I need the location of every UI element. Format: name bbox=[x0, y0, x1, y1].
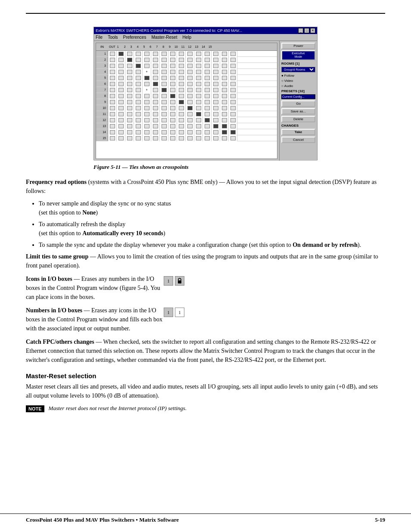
cell[interactable] bbox=[125, 51, 134, 57]
cell[interactable] bbox=[108, 129, 117, 135]
cell[interactable] bbox=[186, 87, 194, 93]
cell[interactable] bbox=[203, 75, 212, 81]
cell[interactable] bbox=[203, 93, 212, 99]
cell[interactable] bbox=[125, 63, 134, 69]
cell[interactable] bbox=[186, 93, 194, 99]
cell[interactable] bbox=[186, 51, 194, 57]
cell[interactable] bbox=[220, 117, 229, 123]
cell[interactable] bbox=[194, 123, 203, 129]
cell[interactable] bbox=[194, 105, 203, 111]
cell[interactable] bbox=[168, 117, 177, 123]
cell[interactable] bbox=[168, 69, 177, 75]
cell[interactable] bbox=[186, 129, 194, 135]
cell[interactable] bbox=[229, 75, 237, 81]
cell[interactable] bbox=[117, 117, 125, 123]
cell[interactable] bbox=[186, 81, 194, 87]
cell[interactable] bbox=[151, 129, 160, 135]
cell[interactable] bbox=[203, 57, 212, 63]
cell[interactable] bbox=[229, 63, 237, 69]
cell[interactable] bbox=[212, 135, 220, 141]
cell[interactable] bbox=[203, 69, 212, 75]
cell[interactable] bbox=[125, 117, 134, 123]
cell[interactable] bbox=[194, 63, 203, 69]
cell[interactable] bbox=[168, 111, 177, 117]
cell[interactable] bbox=[194, 57, 203, 63]
delete-button[interactable]: Delete bbox=[281, 116, 315, 122]
video-radio[interactable]: ○ Video bbox=[281, 79, 315, 83]
cell[interactable] bbox=[125, 111, 134, 117]
cell[interactable] bbox=[203, 81, 212, 87]
cell[interactable] bbox=[177, 99, 186, 105]
cell[interactable] bbox=[177, 51, 186, 57]
close-button[interactable]: ✕ bbox=[310, 28, 315, 33]
cell[interactable] bbox=[186, 123, 194, 129]
maximize-button[interactable]: □ bbox=[304, 28, 309, 33]
cell[interactable] bbox=[229, 105, 237, 111]
cell[interactable] bbox=[203, 123, 212, 129]
cell[interactable] bbox=[186, 105, 194, 111]
cell[interactable] bbox=[186, 135, 194, 141]
cell[interactable] bbox=[194, 129, 203, 135]
cell[interactable] bbox=[203, 117, 212, 123]
cell[interactable] bbox=[212, 81, 220, 87]
cell[interactable] bbox=[212, 69, 220, 75]
cell[interactable] bbox=[143, 135, 151, 141]
cell[interactable] bbox=[229, 135, 237, 141]
cell[interactable] bbox=[134, 51, 143, 57]
cell[interactable] bbox=[194, 87, 203, 93]
cell[interactable] bbox=[117, 123, 125, 129]
cell[interactable] bbox=[177, 105, 186, 111]
cell[interactable] bbox=[229, 93, 237, 99]
cell[interactable] bbox=[212, 75, 220, 81]
cell[interactable] bbox=[168, 87, 177, 93]
cell[interactable] bbox=[134, 111, 143, 117]
cell[interactable] bbox=[108, 57, 117, 63]
menu-help[interactable]: Help bbox=[182, 35, 191, 40]
cell[interactable] bbox=[203, 111, 212, 117]
cell[interactable] bbox=[143, 93, 151, 99]
cell[interactable] bbox=[125, 81, 134, 87]
cell[interactable] bbox=[203, 87, 212, 93]
cell[interactable] bbox=[108, 69, 117, 75]
cell[interactable] bbox=[134, 93, 143, 99]
cell[interactable] bbox=[117, 63, 125, 69]
cell[interactable] bbox=[134, 99, 143, 105]
cell[interactable] bbox=[151, 51, 160, 57]
cell[interactable] bbox=[220, 63, 229, 69]
cell[interactable] bbox=[117, 99, 125, 105]
cell[interactable] bbox=[168, 81, 177, 87]
cell[interactable] bbox=[177, 135, 186, 141]
cell[interactable] bbox=[203, 99, 212, 105]
cell[interactable] bbox=[143, 99, 151, 105]
group-dropdown[interactable]: Group/d Rooms bbox=[281, 67, 315, 72]
cell-plus[interactable] bbox=[143, 69, 151, 75]
cell[interactable] bbox=[117, 105, 125, 111]
cell[interactable] bbox=[134, 105, 143, 111]
cell[interactable] bbox=[160, 87, 168, 93]
cell[interactable] bbox=[194, 117, 203, 123]
cell[interactable] bbox=[220, 69, 229, 75]
cell[interactable] bbox=[168, 123, 177, 129]
cell[interactable] bbox=[194, 135, 203, 141]
cell[interactable] bbox=[220, 87, 229, 93]
cell[interactable] bbox=[229, 129, 237, 135]
cell[interactable] bbox=[143, 57, 151, 63]
cell[interactable] bbox=[229, 51, 237, 57]
cell[interactable] bbox=[220, 75, 229, 81]
cell[interactable] bbox=[177, 87, 186, 93]
cell[interactable] bbox=[108, 87, 117, 93]
cell[interactable] bbox=[160, 75, 168, 81]
cell[interactable] bbox=[117, 51, 125, 57]
cell[interactable] bbox=[177, 93, 186, 99]
cancel-button[interactable]: Cancel bbox=[281, 137, 315, 143]
cell[interactable] bbox=[151, 81, 160, 87]
cell[interactable] bbox=[151, 87, 160, 93]
cell[interactable] bbox=[108, 93, 117, 99]
cell[interactable] bbox=[108, 135, 117, 141]
cell[interactable] bbox=[212, 105, 220, 111]
cell[interactable] bbox=[134, 135, 143, 141]
menu-tools[interactable]: Tools bbox=[108, 35, 118, 40]
cell[interactable] bbox=[220, 57, 229, 63]
cell[interactable] bbox=[186, 117, 194, 123]
cell[interactable] bbox=[160, 57, 168, 63]
